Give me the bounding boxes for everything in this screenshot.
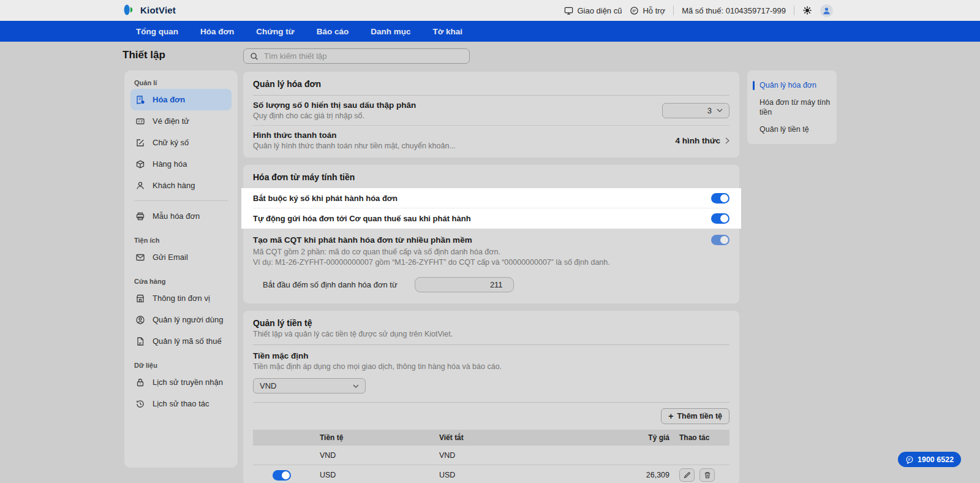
delete-currency-button[interactable] — [699, 468, 715, 482]
highlighted-settings: Bắt buộc ký số khi phát hành hóa đơn Tự … — [241, 188, 741, 229]
section-subtitle: Thiết lập và quản lý các tiền tệ được sử… — [253, 330, 729, 344]
chevron-right-icon — [725, 137, 729, 144]
divider — [673, 6, 674, 15]
settings-sidebar: Quản lí Hóa đơn Vé điện tử Chữ ký số — [124, 70, 238, 468]
plus-icon: + — [668, 412, 673, 420]
settings-main: Quản lý hóa đơn Số lượng số 0 hiển thị s… — [243, 72, 739, 483]
nav-to-khai[interactable]: Tờ khai — [432, 27, 462, 36]
toggle-create-cqt-code[interactable] — [711, 235, 729, 245]
sidebar-item-label: Thông tin đơn vị — [153, 294, 210, 303]
sidebar-item-hoa-don[interactable]: Hóa đơn — [130, 89, 232, 110]
divider — [253, 402, 729, 403]
help-chat-icon — [630, 6, 639, 15]
edit-currency-button[interactable] — [679, 468, 695, 482]
setting-title: Hình thức thanh toán — [253, 131, 456, 140]
nav-bao-cao[interactable]: Báo cáo — [317, 27, 349, 36]
setting-desc: Mã CQT gồm 2 phần: mã do cơ quan thuế cấ… — [253, 247, 729, 257]
main-navbar: Tổng quan Hóa đơn Chứng từ Báo cáo Danh … — [0, 21, 980, 42]
sidebar-group-du-lieu: Dữ liệu — [130, 362, 232, 369]
tax-code-label: Mã số thuế: 0104359717-999 — [682, 6, 786, 15]
sidebar-group-tien-ich: Tiện ích — [130, 237, 232, 244]
sidebar-item-hang-hoa[interactable]: Hàng hóa — [130, 153, 232, 175]
sidebar-item-label: Hóa đơn — [153, 95, 185, 104]
sidebar-item-chu-ky-so[interactable]: Chữ ký số — [130, 132, 232, 153]
tax-document-icon — [135, 337, 145, 346]
old-interface-link[interactable]: Giao diện cũ — [564, 6, 622, 15]
table-header-row: Tiền tệ Viết tắt Tỷ giá Thao tác — [253, 430, 729, 446]
customer-icon — [135, 181, 145, 191]
ticket-icon — [135, 116, 145, 126]
sidebar-item-label: Mẫu hóa đơn — [153, 211, 200, 221]
toggle-require-digital-signature[interactable] — [711, 193, 729, 203]
anchor-quan-ly-tien-te[interactable]: Quản lý tiền tệ — [747, 121, 837, 138]
toggle-usd-enabled[interactable] — [273, 470, 291, 481]
email-icon — [135, 253, 145, 262]
sidebar-item-label: Khách hàng — [153, 181, 195, 190]
nav-chung-tu[interactable]: Chứng từ — [256, 27, 294, 36]
sidebar-item-label: Hàng hóa — [153, 159, 187, 169]
sidebar-item-label: Vé điện tử — [153, 116, 189, 126]
pencil-icon — [684, 471, 691, 479]
setting-desc: Quản lý hình thức thanh toán như tiền mặ… — [253, 142, 456, 150]
sidebar-item-label: Gửi Email — [153, 253, 188, 262]
setting-title: Tự động gửi hóa đơn tới Cơ quan thuế sau… — [253, 214, 471, 223]
setting-desc: Quy định cho các giá trị nhập số. — [253, 112, 416, 120]
default-currency-desc: Tiền mặc định áp dụng cho mọi giao dịch,… — [253, 362, 729, 371]
section-anchor-nav: Quản lý hóa đơn Hóa đơn từ máy tính tiền… — [747, 70, 837, 144]
sidebar-item-quan-ly-nguoi-dung[interactable]: Quản lý người dùng — [130, 309, 232, 330]
section-quan-ly-tien-te: Quản lý tiền tệ Thiết lập và quản lý các… — [243, 311, 739, 483]
section-hoa-don-may-tinh-tien: Hóa đơn từ máy tính tiền Bắt buộc ký số … — [243, 165, 739, 303]
default-currency-select[interactable]: VND — [253, 378, 366, 394]
signature-icon — [135, 138, 145, 148]
kiotviet-logo[interactable]: KiotViet — [123, 3, 176, 17]
sidebar-item-label: Lịch sử truyền nhận — [153, 378, 223, 387]
store-icon — [135, 294, 145, 303]
sidebar-item-label: Quản lý người dùng — [153, 315, 224, 324]
sidebar-item-label: Quản lý mã số thuế — [153, 337, 222, 346]
nav-hoa-don[interactable]: Hóa đơn — [200, 27, 234, 36]
sidebar-group-quan-li: Quản lí — [130, 79, 232, 86]
trash-icon — [704, 471, 711, 479]
sidebar-item-ve-dien-tu[interactable]: Vé điện tử — [130, 110, 232, 132]
nav-tong-quan[interactable]: Tổng quan — [136, 27, 178, 36]
section-title: Quản lý tiền tệ — [253, 311, 729, 328]
chat-bubble-icon — [905, 455, 914, 464]
search-input[interactable] — [264, 51, 463, 61]
section-quan-ly-hoa-don: Quản lý hóa đơn Số lượng số 0 hiển thị s… — [243, 72, 739, 158]
col-thao-tac: Thao tác — [669, 433, 729, 442]
page-title: Thiết lập — [123, 49, 165, 61]
settings-search[interactable] — [243, 48, 470, 64]
sidebar-item-lich-su-thao-tac[interactable]: Lịch sử thao tác — [130, 393, 232, 414]
sidebar-item-lich-su-truyen-nhan[interactable]: Lịch sử truyền nhận — [130, 371, 232, 393]
col-tien-te: Tiền tệ — [311, 433, 431, 442]
anchor-hoa-don-may-tinh-tien[interactable]: Hóa đơn từ máy tính tiền — [747, 94, 837, 121]
hotline-chat-button[interactable]: 1900 6522 — [898, 452, 961, 467]
history-icon — [135, 399, 145, 409]
user-avatar[interactable] — [820, 4, 833, 17]
setting-title: Bắt buộc ký số khi phát hành hóa đơn — [253, 194, 398, 203]
section-title: Quản lý hóa đơn — [253, 72, 729, 95]
add-currency-button[interactable]: + Thêm tiền tệ — [661, 408, 729, 424]
col-ty-gia: Tỷ giá — [602, 433, 669, 442]
sidebar-divider — [134, 200, 228, 201]
sidebar-item-label: Chữ ký số — [153, 138, 189, 147]
decimal-zeros-select[interactable]: 3 — [662, 103, 729, 118]
toggle-auto-send-tax-authority[interactable] — [711, 213, 729, 224]
sidebar-item-gui-email[interactable]: Gửi Email — [130, 246, 232, 268]
setting-title: Số lượng số 0 hiển thị sau dấu thập phân — [253, 101, 416, 110]
kiotviet-logo-icon — [123, 3, 136, 17]
sidebar-item-quan-ly-ma-so-thue[interactable]: Quản lý mã số thuế — [130, 330, 232, 352]
table-row-vnd: VND VND — [253, 446, 729, 465]
nav-danh-muc[interactable]: Danh mục — [371, 27, 410, 36]
help-link[interactable]: Hỗ trợ — [630, 6, 665, 15]
sidebar-item-khach-hang[interactable]: Khách hàng — [130, 175, 232, 196]
settings-gear-icon[interactable] — [802, 6, 812, 15]
payment-methods-link[interactable]: 4 hình thức — [675, 136, 729, 145]
setting-title: Tạo mã CQT khi phát hành hóa đơn từ nhiề… — [253, 235, 472, 245]
anchor-quan-ly-hoa-don[interactable]: Quản lý hóa đơn — [747, 77, 837, 94]
setting-desc: Ví dụ: M1-26-ZYFHT-00000000007 gồm “M1-2… — [253, 257, 729, 268]
monitor-icon — [564, 6, 573, 15]
sidebar-item-mau-hoa-don[interactable]: Mẫu hóa đơn — [130, 205, 232, 227]
sidebar-item-thong-tin-don-vi[interactable]: Thông tin đơn vị — [130, 287, 232, 309]
invoice-counter-input[interactable] — [415, 277, 514, 292]
